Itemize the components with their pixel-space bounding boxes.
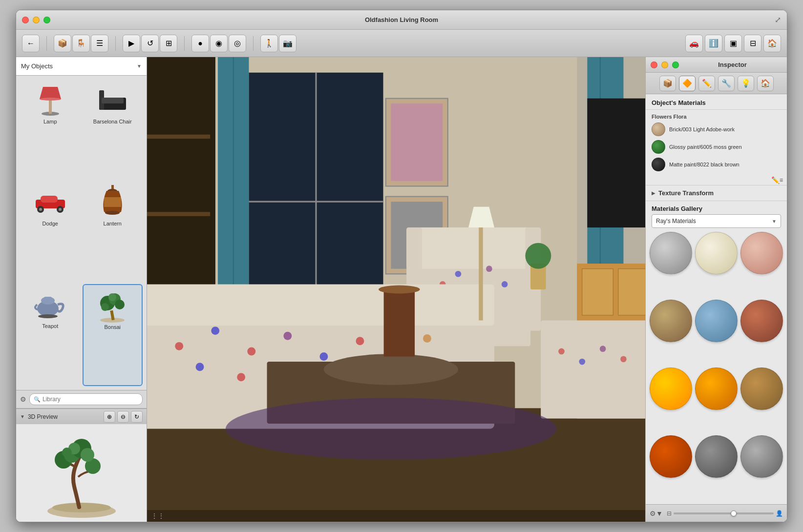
material-row-actions: ✏️ ≡ [646, 175, 787, 185]
object-item-teapot[interactable]: Teapot [20, 284, 81, 386]
view1-button[interactable]: ▣ [724, 35, 742, 52]
zoom-out-button[interactable]: ⊖ [117, 411, 129, 423]
object-item-dodge[interactable]: Dodge [20, 182, 81, 282]
svg-rect-85 [541, 320, 645, 418]
svg-point-91 [324, 354, 458, 385]
gallery-item-1[interactable] [650, 232, 692, 274]
gallery-item-9[interactable] [740, 368, 783, 410]
inspector-gear-icon[interactable]: ⚙▼ [650, 510, 663, 517]
svg-rect-51 [391, 103, 443, 181]
search-gear-icon[interactable]: ⚙ [20, 395, 26, 403]
inspector-tab-home[interactable]: 🏠 [757, 76, 774, 91]
close-button[interactable] [22, 17, 29, 23]
object-item-bonsai[interactable]: Bonsai [83, 284, 143, 386]
toolbar-separator-2 [115, 36, 116, 51]
minimize-button[interactable] [33, 17, 40, 23]
gallery-item-6[interactable] [740, 300, 783, 342]
chair-icon-button[interactable]: 🪑 [72, 35, 90, 52]
preview-header[interactable]: ▼ 3D Preview ⊕ ⊖ ↻ [16, 409, 147, 424]
select-tool-button[interactable]: ▶ [123, 35, 140, 52]
camera-button[interactable]: 📷 [279, 35, 296, 52]
objects-icon-button[interactable]: 📦 [54, 35, 71, 52]
gallery-dropdown[interactable]: Ray's Materials ▼ [652, 214, 781, 228]
home-button[interactable]: 🏠 [763, 35, 781, 52]
svg-rect-63 [406, 227, 541, 269]
material-swatch-glossy [652, 140, 665, 154]
inspector-minimize-button[interactable] [661, 61, 668, 68]
materials-list: Flowers Flora Brick/003 Light Adobe-work… [646, 110, 787, 175]
search-magnifier-icon: 🔍 [34, 396, 41, 403]
gallery-item-8[interactable] [695, 368, 738, 410]
gallery-item-12[interactable] [740, 435, 783, 478]
inspector-tab-edit[interactable]: ✏️ [698, 76, 715, 91]
viewport[interactable]: ⋮⋮ [147, 57, 645, 522]
back-button[interactable]: ← [22, 35, 40, 52]
zoom-in-button[interactable]: ⊕ [104, 411, 115, 423]
inspector-panel: Inspector 📦 🔶 ✏️ 🔧 💡 🏠 Object's Material… [645, 57, 787, 522]
gallery-item-11[interactable] [695, 435, 738, 478]
walk-button[interactable]: 🚶 [260, 35, 278, 52]
objects-dropdown[interactable]: My Objects ▼ [16, 57, 147, 76]
gallery-item-4[interactable] [650, 300, 692, 342]
rotate-preview-button[interactable]: ↻ [131, 411, 143, 423]
inspector-maximize-button[interactable] [672, 61, 679, 68]
inspector-slider[interactable] [674, 512, 774, 514]
svg-point-26 [101, 303, 109, 311]
inspector-tab-materials[interactable]: 🔶 [679, 76, 696, 91]
object-item-lamp[interactable]: Lamp [20, 80, 81, 180]
material-item-matte[interactable]: Matte paint/8022 black brown [648, 156, 785, 173]
rotate-tool-button[interactable]: ↺ [141, 35, 159, 52]
svg-point-16 [105, 211, 120, 215]
svg-rect-55 [147, 135, 210, 139]
svg-point-67 [455, 271, 462, 277]
object-item-lantern[interactable]: Lantern [83, 182, 143, 282]
edit-material-icon[interactable]: ✏️ [771, 176, 780, 184]
inspector-close-button[interactable] [651, 61, 657, 68]
circle1-button[interactable]: ● [191, 35, 209, 52]
inspector-tab-objects[interactable]: 📦 [659, 76, 676, 91]
svg-point-88 [600, 346, 606, 352]
inspector-slider-thumb[interactable] [731, 511, 737, 516]
svg-point-36 [62, 448, 72, 457]
object-icon-teapot [33, 288, 68, 321]
grid-tool-button[interactable]: ⊞ [160, 35, 177, 52]
circle2-button[interactable]: ◉ [210, 35, 228, 52]
object-item-barselona-chair[interactable]: Barselona Chair [83, 80, 143, 180]
search-input[interactable] [42, 396, 138, 403]
toolbar-separator-4 [253, 36, 254, 51]
inspector-tab-settings[interactable]: 🔧 [718, 76, 735, 91]
expand-icon[interactable]: ⤢ [775, 15, 781, 24]
material-item-brick[interactable]: Brick/003 Light Adobe-work [648, 121, 785, 138]
svg-rect-97 [384, 289, 415, 357]
inspector-tab-light[interactable]: 💡 [738, 76, 754, 91]
car-icon-button[interactable]: 🚗 [685, 35, 703, 52]
material-menu-icon[interactable]: ≡ [780, 177, 783, 184]
list-icon-button[interactable]: ☰ [91, 35, 108, 52]
view2-button[interactable]: ⊟ [744, 35, 761, 52]
info-button[interactable]: ℹ️ [705, 35, 722, 52]
slider-right-icon: 👤 [776, 510, 783, 517]
toolbar-group-render: 🚶 📷 [260, 35, 296, 52]
material-item-glossy[interactable]: Glossy paint/6005 moss green [648, 138, 785, 156]
svg-point-20 [38, 314, 58, 318]
search-input-container[interactable]: 🔍 [29, 393, 143, 405]
gallery-dropdown-arrow: ▼ [772, 219, 777, 224]
gallery-item-3[interactable] [740, 232, 783, 274]
svg-point-27 [108, 293, 116, 301]
gallery-item-5[interactable] [695, 300, 738, 342]
svg-point-12 [59, 208, 62, 211]
gallery-item-10[interactable] [650, 435, 692, 478]
maximize-button[interactable] [43, 17, 50, 23]
texture-transform-header[interactable]: ▶ Texture Transform [652, 189, 781, 197]
gallery-item-2[interactable] [695, 232, 738, 274]
svg-point-25 [115, 300, 125, 309]
svg-point-89 [620, 356, 627, 362]
object-label-teapot: Teapot [42, 323, 58, 329]
circle3-button[interactable]: ◎ [229, 35, 246, 52]
gallery-dropdown-label: Ray's Materials [656, 218, 772, 225]
svg-point-3 [40, 98, 61, 101]
object-label-barselona-chair: Barselona Chair [93, 119, 132, 124]
texture-transform-section: ▶ Texture Transform [646, 185, 787, 201]
gallery-item-7[interactable] [650, 368, 692, 410]
svg-point-69 [486, 266, 492, 272]
